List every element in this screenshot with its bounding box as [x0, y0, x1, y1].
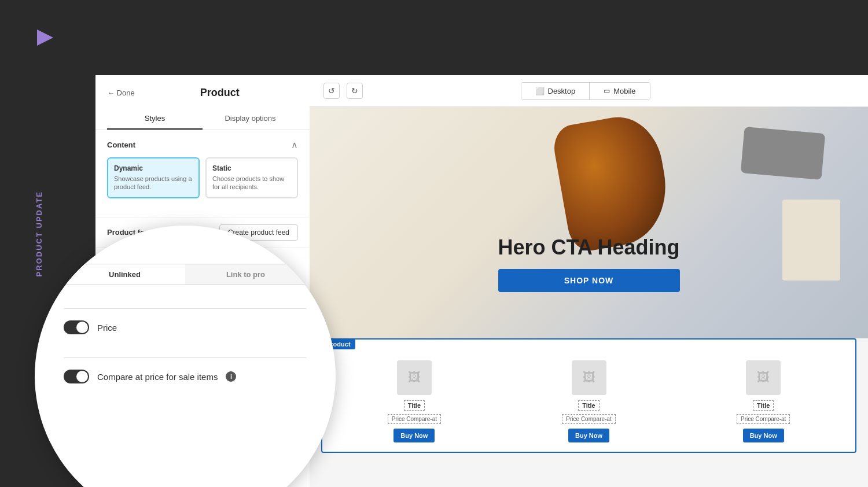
panel-header: ← Done Product Styles Display options	[95, 75, 310, 130]
compare-price-toggle[interactable]	[64, 370, 89, 383]
buy-now-btn-1[interactable]: Buy Now	[393, 429, 435, 442]
card-title-static: Static	[212, 164, 291, 172]
hero-section: Hero CTA Heading SHOP NOW	[310, 107, 868, 338]
card-title-dynamic: Dynamic	[114, 164, 193, 172]
product-img-3: 🖼	[746, 360, 781, 395]
card-desc-dynamic: Showcase products using a product feed.	[114, 175, 193, 191]
side-label: PRODUCT UPDATE	[35, 191, 43, 276]
price-toggle[interactable]	[64, 320, 89, 334]
product-price-2: Price Compare-at	[562, 414, 615, 424]
compare-price-label: Compare at price for sale items	[97, 372, 218, 382]
device-tab-desktop[interactable]: ⬜ Desktop	[521, 83, 590, 99]
image-placeholder-icon-2: 🖼	[583, 370, 595, 385]
tab-styles[interactable]: Styles	[107, 108, 203, 130]
product-title-3: Title	[753, 400, 774, 411]
buy-now-btn-3[interactable]: Buy Now	[743, 429, 784, 442]
preview-toolbar: ↺ ↻ ⬜ Desktop ▭ Mobile	[310, 75, 868, 107]
product-title-2: Title	[578, 400, 599, 411]
product-img-1: 🖼	[397, 360, 432, 395]
tabs-row: Styles Display options	[107, 108, 298, 130]
buy-now-btn-2[interactable]: Buy Now	[568, 429, 609, 442]
preview-content: Hero CTA Heading SHOP NOW Product 🖼 Titl…	[310, 107, 868, 487]
product-price-3: Price Compare-at	[737, 414, 790, 424]
tab-display-options[interactable]: Display options	[203, 108, 298, 130]
logo-icon	[35, 27, 56, 48]
toggle-unlinked[interactable]: Unlinked	[64, 264, 185, 285]
back-link[interactable]: ← Done	[107, 88, 135, 97]
switch-knob-price	[76, 322, 88, 333]
panel-title-row: ← Done Product	[107, 87, 298, 99]
desktop-label: Desktop	[548, 87, 576, 95]
circle-divider-2	[64, 357, 307, 358]
toggle-link-to-pro[interactable]: Link to pro	[185, 264, 306, 285]
product-card-2: 🖼 Title Price Compare-at Buy Now	[506, 360, 672, 442]
mobile-label: Mobile	[613, 87, 635, 95]
hero-text-overlay: Hero CTA Heading SHOP NOW	[498, 235, 679, 292]
product-grid: 🖼 Title Price Compare-at Buy Now 🖼 Title…	[332, 360, 846, 442]
content-section: Content ∧ Dynamic Showcase products usin…	[95, 130, 310, 217]
product-card-3: 🖼 Title Price Compare-at Buy Now	[681, 360, 846, 442]
toolbar-left: ↺ ↻	[323, 83, 363, 99]
panel-title: Product	[142, 87, 298, 99]
switch-knob-compare	[76, 371, 88, 382]
content-card-static[interactable]: Static Choose products to show for all r…	[205, 157, 298, 198]
redo-icon: ↻	[351, 86, 358, 95]
title-toggle-row: Unlinked Link to pro	[64, 264, 307, 285]
collapse-icon[interactable]: ∧	[291, 139, 298, 150]
card-desc-static: Choose products to show for all recipien…	[212, 175, 291, 191]
hero-heading: Hero CTA Heading	[498, 235, 679, 260]
top-bar	[0, 0, 868, 75]
switch-row-price: Price	[64, 320, 307, 334]
product-block: Product 🖼 Title Price Compare-at Buy Now	[321, 338, 856, 453]
product-price-1: Price Compare-at	[388, 414, 441, 424]
section-title: Content	[107, 141, 135, 149]
image-placeholder-icon-1: 🖼	[408, 370, 421, 385]
right-preview: ↺ ↻ ⬜ Desktop ▭ Mobile	[310, 75, 868, 487]
section-header: Content ∧	[107, 139, 298, 150]
content-cards: Dynamic Showcase products using a produc…	[107, 157, 298, 198]
svg-marker-0	[37, 29, 53, 46]
product-card-1: 🖼 Title Price Compare-at Buy Now	[332, 360, 497, 442]
monitor-icon: ⬜	[535, 87, 545, 95]
glasses-shape	[741, 127, 825, 180]
product-title-1: Title	[404, 400, 425, 411]
circle-divider-1	[64, 308, 307, 309]
switch-row-compare: Compare at price for sale items i	[64, 370, 307, 383]
price-label: Price	[97, 323, 117, 333]
redo-button[interactable]: ↻	[347, 83, 363, 99]
device-tab-mobile[interactable]: ▭ Mobile	[590, 83, 649, 99]
hero-cta-button[interactable]: SHOP NOW	[498, 269, 679, 292]
device-tabs: ⬜ Desktop ▭ Mobile	[521, 82, 650, 100]
info-icon-compare[interactable]: i	[226, 371, 236, 382]
tshirt-shape	[782, 200, 840, 281]
undo-icon: ↺	[328, 86, 335, 95]
content-card-dynamic[interactable]: Dynamic Showcase products using a produc…	[107, 157, 200, 198]
mobile-icon: ▭	[604, 87, 610, 95]
undo-button[interactable]: ↺	[323, 83, 340, 99]
image-placeholder-icon-3: 🖼	[757, 370, 770, 385]
title-section: Title Unlinked Link to pro	[64, 249, 307, 285]
product-img-2: 🖼	[572, 360, 606, 395]
